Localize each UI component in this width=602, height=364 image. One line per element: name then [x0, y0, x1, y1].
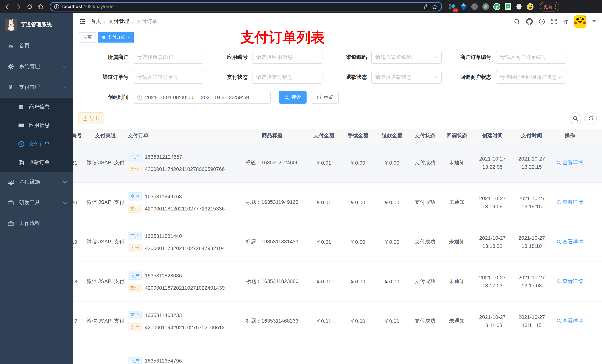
svg-text:¥: ¥	[20, 142, 22, 146]
pay-order-cell: 商户1635311949168支付42000011812021102777232…	[126, 189, 237, 216]
update-button[interactable]: 更新	[540, 2, 559, 11]
sidebar-item-pay-order[interactable]: ¥ 支付订单	[0, 135, 73, 153]
pay-status: 支付成功	[409, 239, 441, 245]
merchant-order-no-input[interactable]: 请输入商户订单编号	[496, 51, 566, 64]
chevron-down-icon	[63, 201, 67, 204]
merchant-badge: 商户	[128, 311, 142, 319]
fee-amount: ¥ 0.00	[341, 199, 375, 205]
sidebar-item-label: 支付管理	[19, 84, 58, 91]
search-icon	[284, 95, 289, 100]
pay-order-cell: 商户1635311354796	[126, 354, 237, 364]
tags-view: 首页 支付订单 ×	[73, 30, 602, 45]
extension-command-icon[interactable]: ⌘	[471, 3, 478, 10]
refund-amount: ¥ 0.00	[375, 279, 409, 284]
fullscreen-icon[interactable]	[551, 18, 557, 25]
filter-label: 渠道订单号	[88, 74, 133, 81]
breadcrumb-separator: /	[132, 19, 134, 24]
export-button[interactable]: 导出	[78, 113, 104, 124]
home-icon[interactable]	[36, 2, 45, 11]
chevron-down-icon	[315, 56, 318, 58]
pay-order-cell: 商户1635311823086支付42000011672021102710224…	[126, 268, 237, 295]
help-icon[interactable]: ?	[538, 18, 545, 25]
merchant-badge: 商户	[128, 357, 142, 364]
font-size-icon[interactable]: TT	[563, 18, 568, 25]
filter-label: 退款状态	[326, 74, 371, 81]
refund-status-select[interactable]: 请选择退款状态	[371, 71, 442, 83]
tab-close-icon[interactable]: ×	[127, 35, 130, 40]
chevron-down-icon	[558, 76, 562, 78]
table-header-row: 编号支付渠道支付订单商品标题支付金额手续金额退款金额支付状态回调状态创建时间支付…	[73, 129, 602, 143]
breadcrumb-home[interactable]: 首页	[91, 18, 101, 25]
callback-status-select[interactable]: 请选择订单回调商户状态	[496, 71, 566, 83]
pay-badge: 支付	[128, 165, 142, 173]
extension-chat-icon[interactable]	[504, 3, 512, 10]
toggle-search-button[interactable]	[570, 113, 581, 124]
product-title: 标题：1635311823086	[237, 278, 307, 285]
column-header: 回调状态	[441, 132, 473, 139]
sidebar-item-pay[interactable]: ¥ 支付管理	[0, 77, 73, 98]
site-info-icon[interactable]	[54, 4, 59, 9]
date-end: 2021-10-31 23:59:59	[201, 94, 249, 100]
top-navbar: 首页 / 支付管理 / 支付订单 ? TT	[73, 13, 602, 30]
user-avatar[interactable]	[574, 15, 586, 28]
placeholder: 请输入渠道编码	[376, 54, 432, 61]
search-icon[interactable]	[514, 18, 520, 25]
sidebar-item-infra[interactable]: 基础设施	[0, 172, 73, 192]
column-header: 编号	[73, 132, 85, 139]
chevron-down-icon	[63, 65, 67, 68]
date-range-input[interactable]: 2021-10-01 00:00:00 - 2021-10-31 23:59:5…	[133, 91, 271, 104]
extensions-puzzle-icon[interactable]	[515, 3, 523, 10]
sidebar-item-app-info[interactable]: 应用信息	[0, 116, 73, 135]
refresh-button[interactable]	[585, 113, 597, 124]
column-header: 支付订单	[126, 132, 237, 139]
sidebar-item-home[interactable]: 首页	[0, 35, 73, 56]
pay-status-select[interactable]: 请选择支付状态	[252, 71, 322, 83]
view-detail-link[interactable]: 查看详情	[557, 199, 583, 206]
pay-amount: ¥ 0.01	[307, 239, 341, 245]
extension-record-icon[interactable]	[482, 3, 489, 10]
reset-button[interactable]: 重置	[311, 91, 339, 104]
sidebar-item-dev-tools[interactable]: 研发工具	[0, 192, 73, 213]
filter-callback-status: 回调商户状态 请选择订单回调商户状态	[445, 71, 566, 83]
extension-diamond-icon[interactable]: 10	[449, 3, 456, 10]
bookmark-star-icon[interactable]	[432, 4, 438, 10]
sidebar-item-refund-order[interactable]: 退款订单	[0, 153, 73, 172]
app-select[interactable]: 请选择应用信息	[252, 51, 322, 64]
extension-kite-icon[interactable]	[460, 3, 467, 10]
channel-code-select[interactable]: 请输入渠道编码	[371, 51, 442, 64]
filter-label: 支付状态	[207, 74, 252, 81]
pay-badge: 支付	[128, 283, 142, 292]
reload-icon[interactable]	[25, 2, 34, 11]
avatar-caret-icon[interactable]	[592, 20, 596, 22]
order-number-line: 支付4200001174202110278060590766	[128, 164, 236, 174]
view-detail-link[interactable]: 查看详情	[557, 159, 583, 166]
view-detail-link[interactable]: 查看详情	[557, 239, 583, 245]
sidebar-item-merchant-info[interactable]: 商户信息	[0, 98, 73, 116]
created-time: 2021-10-2713:22:05	[473, 155, 512, 171]
sidebar-item-system[interactable]: 系统管理	[0, 56, 73, 77]
extension-y-icon[interactable]: y	[493, 3, 501, 10]
github-icon[interactable]	[526, 18, 533, 25]
view-detail-link[interactable]: 查看详情	[557, 318, 583, 324]
sidebar-item-workflow[interactable]: 工作流程	[0, 213, 73, 234]
monitor-icon	[7, 179, 14, 185]
sidebar-item-label: 系统管理	[19, 63, 58, 70]
tab-home[interactable]: 首页	[79, 32, 96, 42]
sidebar-fold-icon[interactable]	[79, 19, 86, 24]
profile-smiley-icon[interactable]	[527, 3, 534, 10]
callback-status: 未通知	[441, 318, 473, 324]
channel-order-no-input[interactable]: 请输入渠道订单号	[133, 71, 203, 83]
tab-pay-order[interactable]: 支付订单 ×	[98, 32, 134, 42]
product-title: 标题：1635311468233	[237, 318, 307, 324]
share-icon[interactable]	[424, 4, 429, 10]
search-button[interactable]: 搜索	[279, 91, 307, 104]
address-bar[interactable]: localhost:1024/pay/order	[50, 2, 442, 11]
merchant-input[interactable]: 请选择所属商户	[133, 51, 203, 64]
browser-menu-icon[interactable]	[555, 4, 556, 9]
view-detail-link[interactable]: 查看详情	[557, 278, 583, 285]
logo-area[interactable]: 芋道管理系统	[0, 13, 73, 35]
back-icon[interactable]	[3, 2, 12, 11]
breadcrumb-pay[interactable]: 支付管理	[108, 18, 129, 25]
forward-icon[interactable]	[14, 2, 23, 11]
pay-order-cell: 商户1635312124657支付42000011742021102780605…	[126, 150, 237, 176]
